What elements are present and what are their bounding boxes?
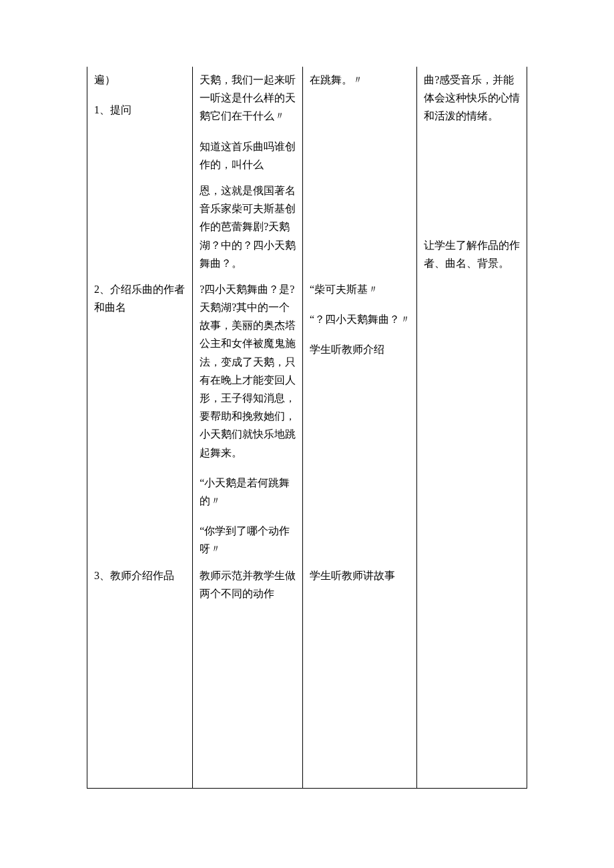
cell-student bbox=[302, 177, 416, 276]
text: ?四小天鹅舞曲？是?天鹅湖?其中的一个故事，美丽的奥杰塔公主和女伴被魔鬼施法，变… bbox=[200, 280, 297, 462]
cell-intent bbox=[417, 276, 527, 562]
cell-student: “柴可夫斯基〃 “？四小天鹅舞曲？〃 学生听教师介绍 bbox=[302, 276, 416, 562]
text: 恩，这就是俄国著名音乐家柴可夫斯基创作的芭蕾舞剧?天鹅湖？中的？四小天鹅舞曲？。 bbox=[200, 181, 297, 272]
cell-teacher: ?四小天鹅舞曲？是?天鹅湖?其中的一个故事，美丽的奥杰塔公主和女伴被魔鬼施法，变… bbox=[193, 276, 303, 562]
cell-activity: 遍） 1、提问 bbox=[87, 67, 193, 177]
text: 学生听教师讲故事 bbox=[310, 566, 411, 584]
text: 1、提问 bbox=[94, 101, 187, 119]
lesson-plan-table: 遍） 1、提问 天鹅，我们一起来听一听这是什么样的天鹅它们在干什么〃 知道这首乐… bbox=[87, 67, 527, 789]
table-row: 2、介绍乐曲的作者和曲名 ?四小天鹅舞曲？是?天鹅湖?其中的一个故事，美丽的奥杰… bbox=[87, 276, 527, 562]
cell-intent: 曲?感受音乐，并能体会这种快乐的心情和活泼的情绪。 bbox=[417, 67, 527, 177]
text: 学生听教师介绍 bbox=[310, 340, 411, 358]
cell-student: 学生听教师讲故事 bbox=[302, 562, 416, 606]
text: 遍） bbox=[94, 71, 187, 89]
text: “？四小天鹅舞曲？〃 bbox=[310, 310, 411, 328]
cell-activity bbox=[87, 606, 193, 789]
cell-student: 在跳舞。〃 bbox=[302, 67, 416, 177]
cell-teacher: 恩，这就是俄国著名音乐家柴可夫斯基创作的芭蕾舞剧?天鹅湖？中的？四小天鹅舞曲？。 bbox=[193, 177, 303, 276]
text: “小天鹅是若何跳舞的〃 bbox=[200, 474, 297, 510]
cell-teacher: 天鹅，我们一起来听一听这是什么样的天鹅它们在干什么〃 知道这首乐曲吗谁创作的，叫… bbox=[193, 67, 303, 177]
table-row bbox=[87, 606, 527, 789]
table-row: 恩，这就是俄国著名音乐家柴可夫斯基创作的芭蕾舞剧?天鹅湖？中的？四小天鹅舞曲？。… bbox=[87, 177, 527, 276]
text: 天鹅，我们一起来听一听这是什么样的天鹅它们在干什么〃 bbox=[200, 71, 297, 125]
cell-intent: 让学生了解作品的作者、曲名、背景。 bbox=[417, 177, 527, 276]
text: 2、介绍乐曲的作者和曲名 bbox=[94, 280, 187, 316]
cell-teacher bbox=[193, 606, 303, 789]
text: “柴可夫斯基〃 bbox=[310, 280, 411, 298]
cell-activity: 3、教师介绍作品 bbox=[87, 562, 193, 606]
text: 在跳舞。〃 bbox=[310, 71, 411, 89]
table-row: 3、教师介绍作品 教师示范并教学生做两个不同的动作 学生听教师讲故事 bbox=[87, 562, 527, 606]
document-page: 遍） 1、提问 天鹅，我们一起来听一听这是什么样的天鹅它们在干什么〃 知道这首乐… bbox=[0, 0, 614, 829]
cell-activity bbox=[87, 177, 193, 276]
table-row: 遍） 1、提问 天鹅，我们一起来听一听这是什么样的天鹅它们在干什么〃 知道这首乐… bbox=[87, 67, 527, 177]
cell-intent bbox=[417, 562, 527, 606]
text: “你学到了哪个动作呀〃 bbox=[200, 522, 297, 558]
cell-intent bbox=[417, 606, 527, 789]
text: 曲?感受音乐，并能体会这种快乐的心情和活泼的情绪。 bbox=[424, 71, 521, 125]
text: 知道这首乐曲吗谁创作的，叫什么 bbox=[200, 137, 297, 173]
cell-activity: 2、介绍乐曲的作者和曲名 bbox=[87, 276, 193, 562]
text: 3、教师介绍作品 bbox=[94, 566, 187, 584]
text: 让学生了解作品的作者、曲名、背景。 bbox=[424, 236, 521, 272]
cell-teacher: 教师示范并教学生做两个不同的动作 bbox=[193, 562, 303, 606]
text: 教师示范并教学生做两个不同的动作 bbox=[200, 566, 297, 602]
cell-student bbox=[302, 606, 416, 789]
